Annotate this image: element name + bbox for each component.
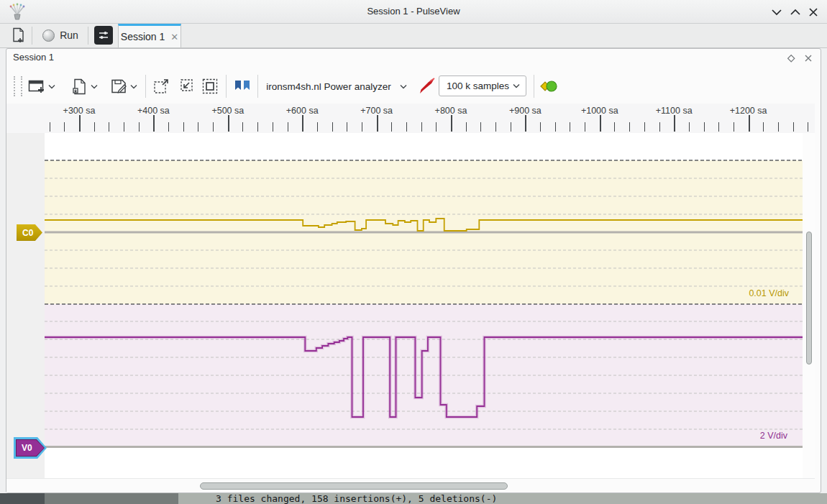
ruler-tick bbox=[793, 122, 794, 132]
ruler-tick bbox=[704, 122, 705, 132]
zoom-out-icon bbox=[177, 78, 194, 95]
ruler-tick bbox=[168, 122, 169, 132]
separator bbox=[257, 75, 258, 98]
ruler-tick-label: +500 sa bbox=[211, 106, 244, 116]
ruler-tick bbox=[273, 122, 273, 132]
ruler-tick-label: +1100 sa bbox=[656, 106, 693, 116]
device-select[interactable]: ironsm4sh.nl Power analyzer bbox=[260, 73, 413, 99]
window-title: Session 1 - PulseView bbox=[0, 0, 827, 22]
ruler-tick bbox=[257, 122, 258, 132]
zoom-fit-button[interactable] bbox=[198, 73, 221, 99]
configure-channels-button[interactable] bbox=[416, 73, 437, 99]
save-file-button[interactable] bbox=[105, 73, 142, 99]
tab-session-1[interactable]: Session 1 ✕ bbox=[118, 24, 181, 47]
ruler-tick bbox=[317, 122, 318, 132]
ruler-tick bbox=[377, 115, 378, 132]
ruler-tick bbox=[64, 122, 65, 132]
close-window-button[interactable] bbox=[808, 8, 818, 17]
ruler-tick bbox=[718, 122, 719, 132]
ruler-tick bbox=[109, 122, 109, 132]
ruler-tick bbox=[213, 122, 214, 132]
ruler-tick bbox=[674, 115, 675, 132]
c0-tag-label: C0 bbox=[17, 228, 33, 238]
v0-scale-label: 2 V/div bbox=[644, 431, 787, 441]
zoom-out-button[interactable] bbox=[174, 73, 197, 99]
acquire-run-icon bbox=[539, 79, 558, 93]
ruler-tick bbox=[153, 115, 155, 132]
v0-tag-label: V0 bbox=[17, 443, 32, 453]
ruler-tick-label: +900 sa bbox=[509, 106, 542, 116]
session-settings-button[interactable] bbox=[89, 24, 118, 47]
ruler-tick bbox=[480, 122, 481, 132]
ruler-tick bbox=[198, 122, 198, 132]
separator bbox=[32, 27, 32, 45]
ruler-tick bbox=[288, 122, 288, 132]
float-panel-button[interactable] bbox=[786, 53, 796, 63]
settings-sliders-icon bbox=[94, 26, 113, 45]
ruler-tick bbox=[778, 122, 779, 132]
ruler-tick bbox=[808, 122, 808, 132]
trace-label-gutter bbox=[6, 133, 45, 478]
panel-title: Session 1 bbox=[13, 52, 54, 63]
ruler-tick bbox=[332, 122, 333, 132]
ruler-tick bbox=[540, 122, 541, 132]
background-terminal-text: 3 files changed, 158 insertions(+), 5 de… bbox=[216, 493, 497, 504]
pulseview-logo-icon bbox=[9, 3, 26, 21]
minimize-button[interactable] bbox=[771, 8, 782, 17]
acquire-run-button[interactable] bbox=[538, 73, 559, 99]
time-ruler[interactable]: +300 sa+400 sa+500 sa+600 sa+700 sa+800 … bbox=[6, 104, 815, 133]
chevron-down-icon bbox=[91, 84, 98, 89]
ruler-tick bbox=[391, 122, 392, 132]
maximize-button[interactable] bbox=[790, 8, 801, 17]
ruler-tick bbox=[763, 122, 764, 132]
separator bbox=[145, 75, 146, 98]
ruler-tick bbox=[451, 115, 452, 132]
trace-plot[interactable] bbox=[45, 133, 803, 478]
toolbar-grip[interactable] bbox=[14, 76, 22, 96]
run-button[interactable]: Run bbox=[35, 24, 86, 47]
separator bbox=[226, 75, 227, 98]
zoom-in-button[interactable] bbox=[150, 73, 173, 99]
ruler-tick bbox=[734, 122, 734, 132]
ruler-tick bbox=[183, 122, 184, 132]
new-session-button[interactable] bbox=[7, 24, 30, 47]
ruler-tick bbox=[525, 115, 526, 132]
ruler-tick bbox=[570, 122, 570, 132]
device-name: ironsm4sh.nl Power analyzer bbox=[266, 81, 390, 92]
ruler-tick bbox=[362, 122, 362, 132]
sample-count-value: 100 k samples bbox=[447, 81, 509, 91]
ruler-tick bbox=[79, 115, 81, 132]
ruler-tick bbox=[555, 122, 556, 132]
vertical-scrollbar-thumb[interactable] bbox=[806, 232, 812, 365]
title-bar[interactable]: Session 1 - PulseView bbox=[0, 0, 827, 24]
ruler-tick bbox=[94, 122, 95, 132]
ruler-tick bbox=[689, 122, 690, 132]
ruler-tick bbox=[511, 122, 511, 132]
new-view-button[interactable] bbox=[23, 73, 60, 99]
ruler-tick bbox=[124, 122, 124, 132]
ruler-tick-label: +800 sa bbox=[435, 106, 467, 116]
ruler-tick bbox=[139, 122, 140, 132]
tab-label: Session 1 bbox=[121, 31, 165, 42]
ruler-tick bbox=[50, 122, 50, 132]
close-panel-button[interactable] bbox=[803, 53, 813, 63]
ruler-tick bbox=[242, 122, 243, 132]
ruler-tick bbox=[614, 122, 615, 132]
horizontal-scrollbar-thumb[interactable] bbox=[200, 482, 508, 490]
sample-count-select[interactable]: 100 k samples bbox=[439, 75, 526, 96]
separator bbox=[88, 27, 88, 45]
chevron-down-icon bbox=[513, 83, 520, 88]
tab-close-icon[interactable]: ✕ bbox=[170, 32, 178, 42]
ruler-tick bbox=[495, 122, 496, 132]
ruler-tick-label: +1200 sa bbox=[730, 106, 767, 116]
show-cursors-button[interactable] bbox=[230, 73, 255, 99]
ruler-tick bbox=[302, 115, 303, 132]
chevron-down-icon bbox=[130, 84, 137, 89]
zoom-in-icon bbox=[152, 78, 170, 95]
open-file-button[interactable] bbox=[66, 73, 104, 99]
ruler-tick-label: +1000 sa bbox=[581, 106, 618, 116]
chevron-down-icon bbox=[48, 84, 55, 89]
chevron-down-icon bbox=[400, 84, 407, 89]
zoom-fit-icon bbox=[201, 78, 219, 95]
ruler-tick bbox=[659, 122, 660, 132]
